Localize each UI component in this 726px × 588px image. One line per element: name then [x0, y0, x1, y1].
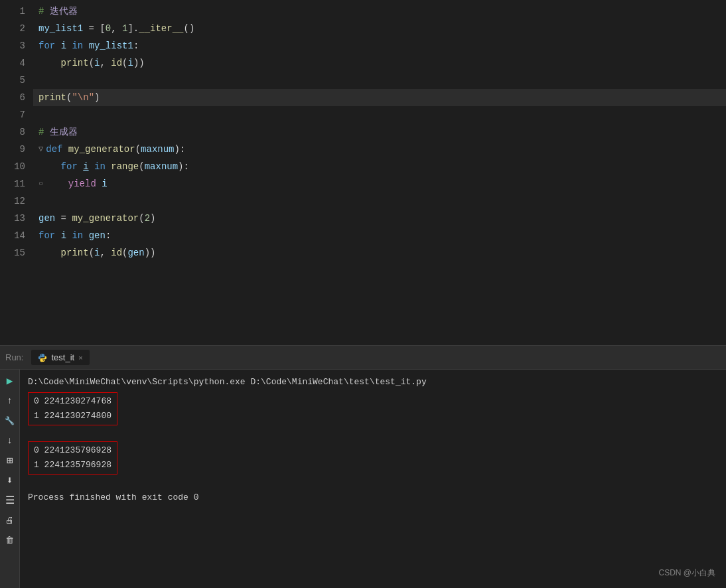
- scroll-up-button[interactable]: ↑: [3, 394, 17, 408]
- code-line-7: [33, 106, 726, 123]
- run-tab-bar: Run: test_it ×: [0, 346, 726, 370]
- run-label: Run:: [5, 352, 23, 362]
- code-line-15: print(i, id(gen)): [33, 244, 726, 261]
- output-block-1: 0 2241230274768 1 2241230274800: [28, 392, 718, 425]
- list-button[interactable]: ☰: [3, 493, 17, 508]
- output-line-1-2: 1 2241230274800: [34, 409, 111, 423]
- code-line-6: print("\n"): [33, 89, 726, 106]
- grid-button[interactable]: ⊞: [3, 453, 17, 468]
- code-line-11: ○ yield i: [33, 175, 726, 192]
- code-line-13: gen = my_generator(2): [33, 210, 726, 227]
- csdn-credit: CSDN @小白典: [658, 567, 715, 579]
- code-line-1: # 迭代器: [33, 3, 726, 20]
- import-button[interactable]: ⬇: [3, 473, 17, 488]
- output-path: D:\Code\MiniWeChat\venv\Scripts\python.e…: [28, 375, 718, 390]
- editor-area: 1 2 3 4 5 6 7 8 9 10 11 12 13 14 15 # 迭代…: [0, 0, 726, 345]
- code-line-3: for i in my_list1:: [33, 37, 726, 54]
- line-numbers: 1 2 3 4 5 6 7 8 9 10 11 12 13 14 15: [0, 0, 33, 345]
- output-line-2-2: 1 2241235796928: [34, 458, 111, 473]
- code-line-5: [33, 72, 726, 89]
- output-finish: Process finished with exit code 0: [28, 490, 718, 505]
- output-line-1-1: 0 2241230274768: [34, 394, 111, 409]
- run-body: ▶ ↑ 🔧 ↓ ⊞ ⬇ ☰ 🖨 🗑 D:\Code\MiniWeChat\ven…: [0, 370, 726, 588]
- code-line-12: [33, 192, 726, 210]
- scroll-down-button[interactable]: ↓: [3, 433, 17, 448]
- run-tab-close[interactable]: ×: [78, 354, 82, 362]
- play-button[interactable]: ▶: [3, 374, 17, 388]
- code-line-10: for i in range(maxnum):: [33, 158, 726, 175]
- run-tab-name: test_it: [51, 352, 74, 362]
- output-box-2: 0 2241235796928 1 2241235796928: [28, 441, 117, 475]
- run-output: D:\Code\MiniWeChat\venv\Scripts\python.e…: [20, 370, 726, 588]
- output-spacer: [28, 428, 718, 439]
- code-content: # 迭代器 my_list1 = [0, 1].__iter__() for i…: [33, 0, 726, 345]
- run-tab[interactable]: test_it ×: [31, 350, 89, 365]
- delete-button[interactable]: 🗑: [3, 533, 17, 548]
- code-line-4: print(i, id(i)): [33, 54, 726, 72]
- output-block-2: 0 2241235796928 1 2241235796928: [28, 441, 718, 475]
- run-panel: Run: test_it × ▶ ↑ 🔧 ↓ ⊞ ⬇ ☰ 🖨 🗑: [0, 345, 726, 588]
- python-icon: [38, 353, 47, 362]
- print-button[interactable]: 🖨: [3, 513, 17, 528]
- output-spacer-2: [28, 477, 718, 488]
- code-line-9: ▽def my_generator(maxnum):: [33, 141, 726, 158]
- settings-button[interactable]: 🔧: [3, 413, 17, 428]
- output-line-2-1: 0 2241235796928: [34, 443, 111, 458]
- code-line-8: # 生成器: [33, 123, 726, 141]
- run-sidebar: ▶ ↑ 🔧 ↓ ⊞ ⬇ ☰ 🖨 🗑: [0, 370, 20, 588]
- code-line-14: for i in gen:: [33, 227, 726, 244]
- code-line-2: my_list1 = [0, 1].__iter__(): [33, 20, 726, 37]
- output-box-1: 0 2241230274768 1 2241230274800: [28, 392, 117, 425]
